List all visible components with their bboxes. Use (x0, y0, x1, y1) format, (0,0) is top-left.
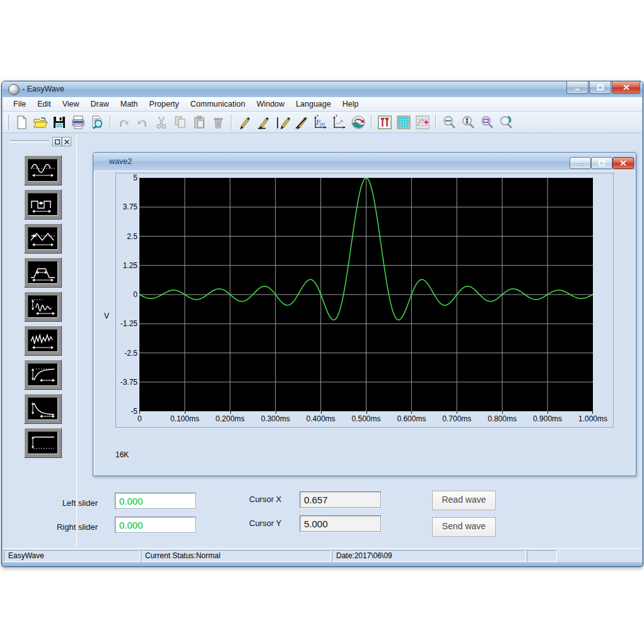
x-tick-mark (366, 411, 367, 414)
save-button[interactable] (50, 114, 69, 131)
sidebar-grip[interactable] (10, 140, 49, 143)
dc-wave-icon (28, 431, 58, 454)
menu-edit[interactable]: Edit (32, 98, 57, 110)
toolbar: YF(x)Y (3, 112, 642, 133)
wave2-close-button[interactable] (612, 157, 634, 169)
y-tick-label: 2.5 (116, 232, 138, 241)
wave-type-triangle-button[interactable] (24, 223, 62, 254)
pencil-line-button[interactable] (292, 114, 311, 131)
app-icon (8, 84, 20, 95)
function-editor-icon: YF(x) (313, 115, 328, 130)
menu-language[interactable]: Language (290, 98, 337, 110)
zoom-rect-button[interactable] (477, 114, 496, 131)
smooth-icon (351, 115, 366, 130)
wave-type-noise-button[interactable] (24, 325, 62, 356)
wave-type-square-button[interactable] (24, 189, 62, 220)
wave-type-exp-fall-button[interactable] (24, 394, 62, 424)
x-tick-label: 0.500ms (349, 414, 384, 423)
new-button[interactable] (12, 114, 31, 131)
function-editor-button[interactable]: YF(x) (311, 114, 330, 131)
point-editor-button[interactable]: Y (330, 114, 349, 131)
sidebar-dock-button[interactable] (52, 137, 62, 146)
wave-type-pulse-button[interactable] (24, 257, 62, 288)
print-button[interactable] (69, 114, 88, 131)
wave-type-sine-button[interactable] (24, 155, 62, 185)
waveform-plot[interactable] (139, 178, 593, 411)
x-tick-mark (230, 411, 231, 414)
y-axis-unit-label: V (104, 312, 109, 320)
cut-button (152, 114, 171, 131)
menu-draw[interactable]: Draw (85, 98, 115, 110)
minimize-button[interactable] (566, 81, 588, 94)
sample-count-label: 16K (115, 450, 129, 459)
pencil-vertical-icon (275, 115, 290, 130)
titlebar[interactable]: - EasyWave (2, 81, 643, 97)
smooth-button[interactable] (349, 114, 368, 131)
x-tick-mark (139, 411, 140, 414)
menu-communication[interactable]: Communication (185, 98, 251, 110)
redo-button (133, 114, 152, 131)
open-button[interactable] (31, 114, 50, 131)
x-tick-label: 0.800ms (484, 414, 520, 423)
svg-text:Y: Y (336, 115, 338, 117)
undo-icon (116, 115, 131, 130)
send-wave-button[interactable]: Send wave (432, 517, 496, 537)
toolbar-grip[interactable] (6, 115, 9, 130)
x-tick-mark (276, 411, 276, 414)
zoom-vertical-button[interactable] (459, 114, 477, 131)
x-tick-label: 0.100ms (167, 414, 202, 423)
wave2-restore-button[interactable] (591, 157, 612, 169)
cursor-y-input[interactable] (300, 515, 381, 532)
grid-toggle-button[interactable] (394, 114, 413, 131)
cursor-x-input[interactable] (300, 491, 381, 508)
x-tick-label: 0.400ms (303, 414, 339, 423)
easywave-window: - EasyWave FileEditViewDrawMathPropertyC… (1, 81, 643, 567)
x-tick-label: 0.700ms (439, 414, 474, 423)
marker-button[interactable] (375, 114, 394, 131)
menu-math[interactable]: Math (115, 98, 144, 110)
menu-window[interactable]: Window (251, 98, 290, 110)
wave2-window: wave2 V 53.752.51.250-1.25-2.5-3.75-500.… (93, 152, 636, 476)
copy-button (171, 114, 190, 131)
close-button[interactable] (612, 81, 640, 94)
zoom-vertical-icon (460, 115, 476, 130)
x-tick-mark (321, 411, 322, 414)
pencil-free-button[interactable] (235, 114, 254, 131)
zoom-reset-button[interactable] (496, 114, 515, 131)
left-slider-input[interactable] (115, 493, 196, 509)
pencil-vertical-button[interactable] (273, 114, 292, 131)
grid-toggle-icon (396, 115, 411, 130)
wave2-minimize-button[interactable] (570, 157, 591, 169)
wave-type-sinc-button[interactable] (24, 291, 62, 322)
x-tick-label: 0.200ms (213, 414, 248, 423)
menu-view[interactable]: View (57, 98, 85, 110)
right-slider-input[interactable] (115, 517, 196, 533)
read-wave-button[interactable]: Read wave (432, 491, 496, 510)
sidebar-close-button[interactable] (62, 137, 71, 146)
wave2-restore-icon (599, 160, 605, 166)
y-tick-label: 0 (116, 290, 138, 299)
pencil-horizontal-button[interactable] (254, 114, 273, 131)
menu-property[interactable]: Property (144, 98, 185, 110)
wave-type-dc-button[interactable] (24, 428, 62, 458)
maximize-button[interactable] (589, 81, 611, 94)
status-bar: EasyWave Current Status:Normal Date:2017… (3, 548, 642, 563)
print-preview-icon (90, 115, 105, 130)
copy-icon (173, 115, 188, 130)
x-tick-label: 1.000ms (575, 414, 611, 423)
y-tick-label: -1.25 (116, 319, 138, 328)
wave2-close-icon (620, 160, 626, 166)
print-preview-button[interactable] (88, 114, 107, 131)
client-area: wave2 V 53.752.51.250-1.25-2.5-3.75-500.… (3, 133, 642, 548)
triangle-wave-icon (28, 227, 58, 250)
zoom-horizontal-button[interactable] (440, 114, 459, 131)
window-title: - EasyWave (22, 85, 64, 93)
wave2-titlebar[interactable]: wave2 (93, 153, 636, 171)
print-icon (71, 115, 86, 130)
x-tick-mark (457, 411, 457, 414)
wave-type-exp-rise-button[interactable] (24, 360, 62, 390)
menu-file[interactable]: File (8, 98, 32, 110)
insert-point-button[interactable] (413, 114, 432, 131)
menu-help[interactable]: Help (337, 98, 365, 110)
x-tick-label: 0.600ms (394, 414, 429, 423)
